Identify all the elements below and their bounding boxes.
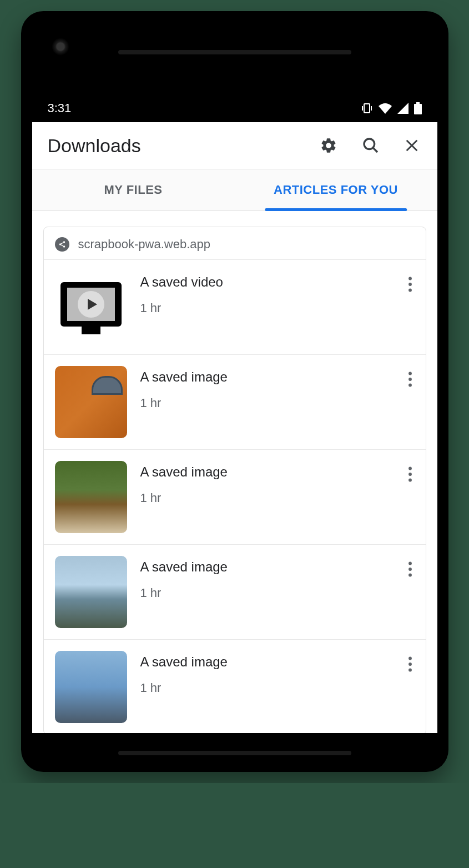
more-vertical-icon [408, 656, 412, 672]
svg-point-19 [409, 283, 412, 286]
svg-point-24 [409, 467, 412, 470]
svg-point-9 [63, 241, 65, 243]
item-info: A saved image 1 hr [140, 556, 395, 600]
item-title: A saved image [140, 369, 395, 385]
list-item[interactable]: A saved image 1 hr [44, 354, 426, 449]
app-header: Downloads [32, 122, 437, 169]
svg-rect-16 [82, 327, 100, 334]
svg-line-13 [61, 245, 63, 246]
item-time: 1 hr [140, 491, 395, 505]
item-title: A saved image [140, 654, 395, 670]
tab-my-files[interactable]: MY FILES [32, 169, 235, 210]
item-info: A saved image 1 hr [140, 366, 395, 410]
tab-articles-for-you[interactable]: ARTICLES FOR YOU [235, 169, 437, 210]
page-title: Downloads [48, 135, 141, 157]
image-thumbnail [55, 461, 127, 533]
item-info: A saved video 1 hr [140, 271, 395, 315]
header-actions [317, 134, 422, 157]
item-time: 1 hr [140, 586, 395, 600]
search-icon [362, 137, 380, 154]
battery-icon [414, 102, 422, 114]
status-bar: 3:31 [32, 94, 437, 122]
more-vertical-icon [408, 561, 412, 577]
vibrate-icon [361, 103, 373, 114]
svg-point-10 [59, 243, 61, 245]
card-header: scrapbook-pwa.web.app [44, 227, 426, 259]
wifi-icon [379, 103, 392, 114]
list-item[interactable]: A saved image 1 hr [44, 639, 426, 733]
svg-line-12 [61, 243, 63, 244]
svg-rect-1 [362, 106, 363, 111]
camera-lens [52, 38, 69, 56]
list-item[interactable]: A saved image 1 hr [44, 544, 426, 639]
more-button[interactable] [408, 556, 417, 577]
svg-point-25 [409, 473, 412, 476]
svg-point-11 [63, 245, 65, 248]
more-vertical-icon [408, 372, 412, 387]
app-content: Downloads MY FILES ARTICLES FOR YOU [32, 122, 437, 733]
video-thumbnail [55, 271, 127, 343]
svg-point-27 [409, 562, 412, 565]
image-thumbnail [55, 556, 127, 628]
svg-point-21 [409, 372, 412, 375]
item-info: A saved image 1 hr [140, 651, 395, 695]
status-icons [361, 102, 422, 114]
svg-line-6 [373, 148, 377, 152]
svg-point-31 [409, 663, 412, 666]
screen: 3:31 Downloads [32, 94, 437, 733]
svg-point-22 [409, 378, 412, 381]
status-time: 3:31 [48, 101, 72, 116]
svg-rect-0 [364, 104, 370, 113]
more-vertical-icon [408, 466, 412, 482]
item-time: 1 hr [140, 681, 395, 695]
item-title: A saved video [140, 274, 395, 290]
svg-point-30 [409, 657, 412, 660]
svg-rect-4 [414, 104, 422, 114]
more-button[interactable] [408, 651, 417, 672]
svg-point-23 [409, 384, 412, 387]
signal-icon [397, 103, 409, 114]
more-vertical-icon [408, 277, 412, 292]
more-button[interactable] [408, 461, 417, 482]
more-button[interactable] [408, 366, 417, 387]
phone-frame: 3:31 Downloads [21, 11, 448, 772]
content-area[interactable]: scrapbook-pwa.web.app [32, 211, 437, 733]
tabs: MY FILES ARTICLES FOR YOU [32, 169, 437, 211]
svg-point-5 [364, 139, 375, 149]
svg-rect-3 [416, 102, 420, 104]
item-title: A saved image [140, 559, 395, 575]
list-item[interactable]: A saved video 1 hr [44, 259, 426, 354]
item-time: 1 hr [140, 396, 395, 410]
source-label: scrapbook-pwa.web.app [78, 237, 210, 252]
svg-point-26 [409, 479, 412, 482]
svg-point-32 [409, 669, 412, 672]
close-button[interactable] [402, 136, 422, 155]
source-card: scrapbook-pwa.web.app [43, 227, 426, 733]
svg-point-18 [409, 277, 412, 280]
svg-rect-2 [371, 106, 372, 111]
image-thumbnail [55, 366, 127, 438]
gear-icon [320, 137, 337, 154]
image-thumbnail [55, 651, 127, 723]
settings-button[interactable] [317, 134, 340, 157]
close-icon [404, 138, 420, 153]
more-button[interactable] [408, 271, 417, 292]
svg-point-20 [409, 289, 412, 292]
item-time: 1 hr [140, 301, 395, 315]
share-icon [55, 237, 69, 252]
item-info: A saved image 1 hr [140, 461, 395, 505]
svg-point-28 [409, 568, 412, 571]
list-item[interactable]: A saved image 1 hr [44, 449, 426, 544]
svg-point-29 [409, 574, 412, 577]
item-title: A saved image [140, 464, 395, 480]
search-button[interactable] [360, 134, 382, 157]
